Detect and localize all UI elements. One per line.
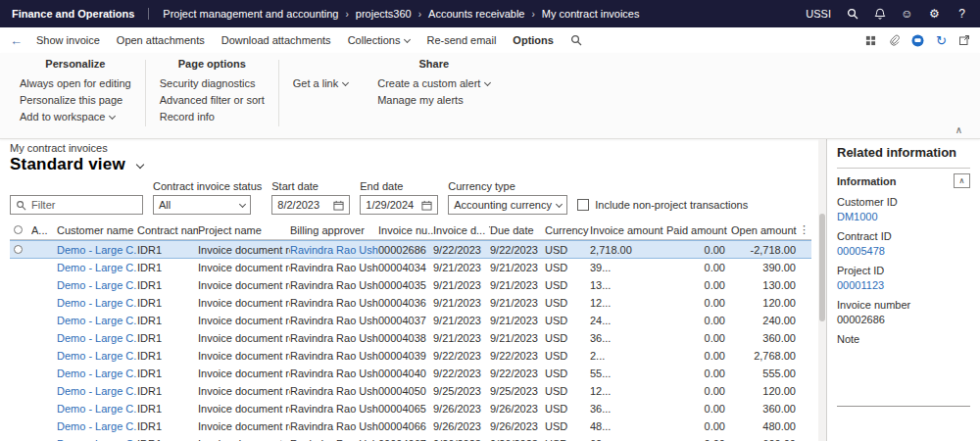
collapse-ribbon-icon[interactable]: ∧ xyxy=(956,124,962,135)
table-row[interactable]: Demo - Large C...IDR1Invoice document re… xyxy=(10,276,811,294)
refresh-icon[interactable]: ↻ xyxy=(936,34,947,47)
ribbon-item-personalize-this-page[interactable]: Personalize this page xyxy=(20,92,131,109)
table-row[interactable]: Demo - Large C...IDR1Invoice document re… xyxy=(10,347,811,365)
breadcrumb-item-accounts-receivable[interactable]: Accounts receivable xyxy=(428,8,524,20)
chat-icon[interactable] xyxy=(911,34,924,47)
actionbar-button-options[interactable]: Options xyxy=(513,34,554,46)
ribbon-item-record-info[interactable]: Record info xyxy=(160,109,265,125)
customer-name-link[interactable]: Demo - Large C... xyxy=(57,297,137,309)
help-icon[interactable]: ? xyxy=(956,8,968,20)
billing-approver-link[interactable]: Ravindra Rao Usha xyxy=(290,244,378,256)
currency-cell: USD xyxy=(545,403,590,415)
company-picker[interactable]: USSI xyxy=(806,9,831,20)
currency-type-select[interactable]: Accounting currency xyxy=(448,195,567,215)
table-row[interactable]: Demo - Large C...IDR1Invoice document re… xyxy=(10,294,811,312)
table-row[interactable]: Demo - Large C...IDR1Invoice document re… xyxy=(10,365,811,382)
customer-name-link[interactable]: Demo - Large C... xyxy=(57,279,137,291)
actionbar-button-re-send-email[interactable]: Re-send email xyxy=(426,34,496,46)
grid-body: Demo - Large C...IDR1Invoice document re… xyxy=(10,240,811,441)
calendar-icon[interactable] xyxy=(421,200,432,211)
ribbon-group: Get a linkShareCreate a custom alertMana… xyxy=(279,58,505,138)
actionbar-button-open-attachments[interactable]: Open attachments xyxy=(117,34,205,46)
column-header-currency[interactable]: Currency xyxy=(545,224,590,236)
row-select-radio[interactable] xyxy=(14,245,23,254)
actionbar-button-collections[interactable]: Collections xyxy=(348,34,411,46)
include-nonproject-checkbox[interactable]: Include non-project transactions xyxy=(577,199,748,211)
column-header-project[interactable]: Project name xyxy=(198,224,290,236)
office-apps-icon[interactable] xyxy=(865,35,876,46)
table-row[interactable]: Demo - Large C...IDR1Invoice document re… xyxy=(10,329,811,347)
table-row[interactable]: Demo - Large C...IDR1Invoice document re… xyxy=(10,259,811,276)
open-amount-cell: 130.00 xyxy=(731,279,802,291)
field-value-link[interactable]: DM1000 xyxy=(837,211,970,222)
customer-name-link[interactable]: Demo - Large C... xyxy=(57,385,137,397)
column-header-invoice_date[interactable]: Invoice d... xyxy=(433,224,490,236)
attachments-icon[interactable] xyxy=(888,34,900,46)
column-header-approver[interactable]: Billing approver xyxy=(290,224,378,236)
customer-name-link[interactable]: Demo - Large C... xyxy=(57,368,137,379)
ribbon-item-manage-my-alerts[interactable]: Manage my alerts xyxy=(377,92,490,109)
breadcrumb-item-my-contract-invoices[interactable]: My contract invoices xyxy=(542,8,640,20)
ribbon-item-create-a-custom-alert[interactable]: Create a custom alert xyxy=(377,75,490,92)
status-filter-select[interactable]: All xyxy=(153,195,251,215)
ribbon-item-security-diagnostics[interactable]: Security diagnostics xyxy=(160,75,265,92)
actionpane-search-icon[interactable] xyxy=(570,34,582,46)
approver-cell: Ravindra Rao Usha xyxy=(290,385,378,397)
settings-gear-icon[interactable]: ⚙ xyxy=(928,8,941,20)
vertical-scrollbar[interactable] xyxy=(818,139,826,441)
column-header-contract[interactable]: Contract name xyxy=(137,224,198,236)
table-row[interactable]: Demo - Large C...IDR1Invoice document re… xyxy=(10,240,811,259)
view-selector[interactable]: Standard view xyxy=(10,155,818,174)
field-value-link[interactable]: 00005478 xyxy=(837,245,970,257)
calendar-icon[interactable] xyxy=(333,200,344,211)
column-header-invoice_no[interactable]: Invoice nu... xyxy=(378,224,433,236)
feedback-smiley-icon[interactable]: ☺ xyxy=(901,8,913,20)
quick-filter-input[interactable]: Filter xyxy=(10,195,143,215)
end-date-input[interactable]: 1/29/2024 xyxy=(360,195,438,215)
column-header-paid_amount[interactable]: Paid amount xyxy=(666,224,731,236)
app-name[interactable]: Finance and Operations xyxy=(12,8,149,20)
approver-cell: Ravindra Rao Usha xyxy=(290,297,378,309)
note-input-line[interactable] xyxy=(837,406,970,407)
customer-name-link[interactable]: Demo - Large C... xyxy=(57,420,137,432)
grid-more-options-icon[interactable]: ⋮ xyxy=(799,223,809,236)
column-header-a[interactable]: A... xyxy=(31,224,57,236)
column-header-customer[interactable]: Customer name xyxy=(57,224,137,236)
ribbon-item-add-to-workspace[interactable]: Add to workspace xyxy=(20,109,131,125)
customer-name-link[interactable]: Demo - Large C... xyxy=(57,332,137,344)
start-date-field: Start date 8/2/2023 xyxy=(271,180,350,215)
table-row[interactable]: Demo - Large C...IDR1Invoice document re… xyxy=(10,382,811,400)
customer-name-link[interactable]: Demo - Large C... xyxy=(57,315,137,326)
column-header-invoice_amount[interactable]: Invoice amount xyxy=(590,224,666,236)
actionbar-button-download-attachments[interactable]: Download attachments xyxy=(221,34,331,46)
notifications-bell-icon[interactable] xyxy=(873,8,886,21)
customer-name-link[interactable]: Demo - Large C... xyxy=(57,244,137,256)
column-header-sel[interactable] xyxy=(10,224,31,236)
breadcrumb-item-project-management-and-accounting[interactable]: Project management and accounting xyxy=(163,8,338,20)
open-in-new-window-icon[interactable] xyxy=(958,34,970,46)
column-header-due_date[interactable]: Due date xyxy=(490,224,545,236)
ribbon-item-always-open-for-editing[interactable]: Always open for editing xyxy=(20,75,131,92)
paid-amount-cell: 0.00 xyxy=(666,350,731,362)
collapse-section-icon[interactable]: ∧ xyxy=(954,173,970,188)
invoice-date-cell: 9/21/2023 xyxy=(433,297,490,309)
breadcrumb-item-projects360[interactable]: projects360 xyxy=(356,8,412,20)
back-icon[interactable]: ← xyxy=(10,33,23,48)
select-all-radio[interactable] xyxy=(14,225,23,234)
table-row[interactable]: Demo - Large C...IDR1Invoice document re… xyxy=(10,417,811,435)
customer-name-link[interactable]: Demo - Large C... xyxy=(57,350,137,362)
customer-name-link[interactable]: Demo - Large C... xyxy=(57,262,137,273)
table-row[interactable]: Demo - Large C...IDR1Invoice document re… xyxy=(10,435,811,441)
ribbon-item-get-a-link[interactable]: Get a link xyxy=(293,75,348,92)
ribbon-item-advanced-filter-or-sort[interactable]: Advanced filter or sort xyxy=(160,92,265,109)
column-header-open_amount[interactable]: Open amount xyxy=(731,224,802,236)
customer-name-link[interactable]: Demo - Large C... xyxy=(57,403,137,415)
search-icon[interactable] xyxy=(846,8,858,20)
scrollbar-thumb[interactable] xyxy=(819,214,825,321)
start-date-input[interactable]: 8/2/2023 xyxy=(271,195,350,215)
table-row[interactable]: Demo - Large C...IDR1Invoice document re… xyxy=(10,400,811,417)
actionbar-button-show-invoice[interactable]: Show invoice xyxy=(36,34,100,46)
invoice-amount-cell: 39... xyxy=(590,262,666,273)
field-value-link[interactable]: 00001123 xyxy=(837,279,970,291)
table-row[interactable]: Demo - Large C...IDR1Invoice document re… xyxy=(10,312,811,329)
